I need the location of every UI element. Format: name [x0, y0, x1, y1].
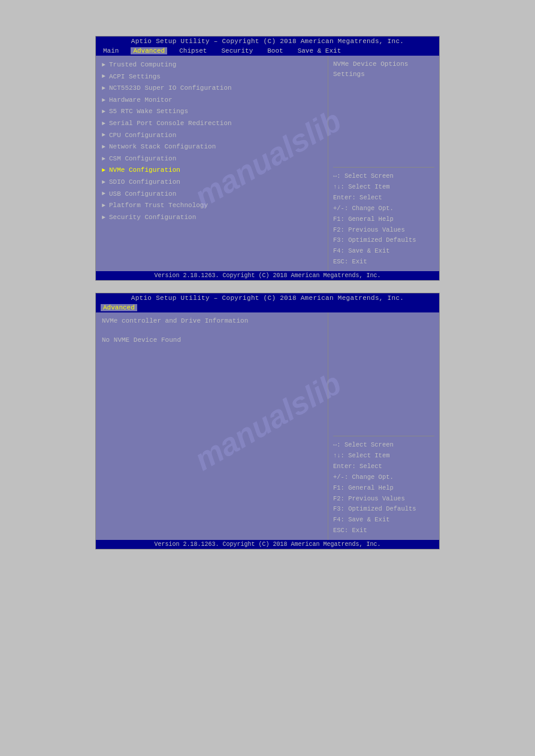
entry-label: NVMe Configuration: [109, 165, 180, 176]
shortcut-esc: ESC: Exit: [333, 257, 434, 268]
entry-acpi-settings[interactable]: ► ACPI Settings: [102, 71, 322, 83]
shortcut-select-item: ↑↓: Select Item: [333, 182, 434, 193]
entry-serial-port[interactable]: ► Serial Port Console Redirection: [102, 118, 322, 130]
left-content-2: No NVME Device Found: [102, 335, 322, 346]
arrow-icon: ►: [102, 166, 105, 175]
bios-left-panel-1: ► Trusted Computing ► ACPI Settings ► NC…: [96, 56, 328, 271]
menu-advanced[interactable]: Advanced: [131, 47, 167, 54]
bios-right-panel-2: ↔: Select Screen ↑↓: Select Item Enter: …: [328, 312, 439, 540]
entry-label: NCT5523D Super IO Configuration: [109, 83, 232, 94]
bios-left-panel-2: NVMe controller and Drive Information No…: [96, 312, 328, 540]
bios-menubar-1: Main Advanced Chipset Security Boot Save…: [96, 46, 439, 56]
shortcut-f2-2: F2: Previous Values: [333, 494, 434, 505]
entry-label: Hardware Monitor: [109, 95, 173, 106]
arrow-icon: ►: [102, 154, 105, 164]
left-title-2: NVMe controller and Drive Information: [102, 316, 322, 327]
entry-label: Trusted Computing: [109, 60, 176, 71]
entry-nvme-config[interactable]: ► NVMe Configuration: [102, 165, 322, 177]
entry-nct5523d[interactable]: ► NCT5523D Super IO Configuration: [102, 83, 322, 95]
bios-screen-1: Aptio Setup Utility – Copyright (C) 2018…: [95, 36, 440, 281]
bios-window-2: Aptio Setup Utility – Copyright (C) 2018…: [95, 293, 440, 549]
shortcut-f1-2: F1: General Help: [333, 483, 434, 494]
entry-label: Security Configuration: [109, 212, 196, 223]
entry-label: SDIO Configuration: [109, 177, 180, 188]
menu-boot[interactable]: Boot: [265, 47, 285, 54]
shortcut-select-screen-2: ↔: Select Screen: [333, 440, 434, 451]
shortcut-change-opt-2: +/-: Change Opt.: [333, 472, 434, 483]
right-title-1: NVMe Device Options Settings: [333, 60, 408, 78]
shortcut-f1: F1: General Help: [333, 214, 434, 225]
entry-label: Network Stack Configuration: [109, 142, 216, 153]
entry-label: ACPI Settings: [109, 72, 161, 83]
arrow-icon: ►: [102, 96, 105, 105]
bios-title-2: Aptio Setup Utility – Copyright (C) 2018…: [96, 293, 439, 303]
entry-label: Serial Port Console Redirection: [109, 119, 232, 129]
arrow-icon: ►: [102, 142, 105, 152]
shortcut-select-item-2: ↑↓: Select Item: [333, 451, 434, 462]
shortcut-f4: F4: Save & Exit: [333, 246, 434, 257]
arrow-icon: ►: [102, 60, 105, 70]
entry-label: CPU Configuration: [109, 130, 176, 141]
menu-advanced-2[interactable]: Advanced: [101, 304, 137, 311]
arrow-icon: ►: [102, 84, 105, 93]
right-description-1: NVMe Device Options Settings: [333, 59, 434, 163]
shortcut-f3-2: F3: Optimized Defaults: [333, 504, 434, 515]
arrow-icon: ►: [102, 213, 105, 223]
entry-usb-config[interactable]: ► USB Configuration: [102, 189, 322, 201]
shortcut-esc-2: ESC: Exit: [333, 526, 434, 536]
entry-label: S5 RTC Wake Settings: [109, 107, 188, 117]
entry-label: USB Configuration: [109, 189, 176, 200]
entry-csm-config[interactable]: ► CSM Configuration: [102, 153, 322, 165]
shortcut-select-screen: ↔: Select Screen: [333, 171, 434, 182]
arrow-icon: ►: [102, 201, 105, 211]
entry-security-config[interactable]: ► Security Configuration: [102, 212, 322, 224]
shortcuts-2: ↔: Select Screen ↑↓: Select Item Enter: …: [333, 440, 434, 536]
shortcut-enter: Enter: Select: [333, 193, 434, 204]
menu-save-exit[interactable]: Save & Exit: [295, 47, 344, 54]
entry-cpu-config[interactable]: ► CPU Configuration: [102, 130, 322, 142]
bios-right-panel-1: NVMe Device Options Settings ↔: Select S…: [328, 56, 439, 271]
arrow-icon: ►: [102, 119, 105, 129]
entry-label: CSM Configuration: [109, 154, 176, 165]
divider-1: [333, 167, 434, 168]
shortcut-f3: F3: Optimized Defaults: [333, 235, 434, 246]
arrow-icon: ►: [102, 178, 105, 187]
arrow-icon: ►: [102, 189, 105, 199]
entry-network-stack[interactable]: ► Network Stack Configuration: [102, 141, 322, 153]
bios-content-1: ► Trusted Computing ► ACPI Settings ► NC…: [96, 56, 439, 271]
menu-security[interactable]: Security: [219, 47, 255, 54]
bios-content-2: NVMe controller and Drive Information No…: [96, 312, 439, 540]
arrow-icon: ►: [102, 72, 105, 81]
entry-sdio-config[interactable]: ► SDIO Configuration: [102, 177, 322, 189]
divider-2: [333, 436, 434, 436]
shortcut-change-opt: +/-: Change Opt.: [333, 204, 434, 214]
right-description-2: [333, 316, 434, 432]
shortcuts-1: ↔: Select Screen ↑↓: Select Item Enter: …: [333, 171, 434, 268]
arrow-icon: ►: [102, 130, 105, 140]
entry-label: Platform Trust Technology: [109, 201, 208, 211]
bios-footer-2: Version 2.18.1263. Copyright (C) 2018 Am…: [96, 540, 439, 549]
shortcut-f4-2: F4: Save & Exit: [333, 515, 434, 526]
entry-trusted-computing[interactable]: ► Trusted Computing: [102, 59, 322, 71]
menu-chipset[interactable]: Chipset: [177, 47, 209, 54]
bios-screen-2: Aptio Setup Utility – Copyright (C) 2018…: [95, 293, 440, 549]
bios-title-1: Aptio Setup Utility – Copyright (C) 2018…: [96, 37, 439, 46]
entry-platform-trust[interactable]: ► Platform Trust Technology: [102, 200, 322, 212]
bios-window-1: Aptio Setup Utility – Copyright (C) 2018…: [95, 36, 440, 281]
bios-footer-1: Version 2.18.1263. Copyright (C) 2018 Am…: [96, 271, 439, 280]
arrow-icon: ►: [102, 107, 105, 117]
shortcut-f2: F2: Previous Values: [333, 225, 434, 236]
bios-menubar-2: Advanced: [96, 303, 439, 312]
entry-hardware-monitor[interactable]: ► Hardware Monitor: [102, 95, 322, 107]
shortcut-enter-2: Enter: Select: [333, 462, 434, 472]
menu-main[interactable]: Main: [101, 47, 121, 54]
entry-s5-rtc[interactable]: ► S5 RTC Wake Settings: [102, 106, 322, 118]
